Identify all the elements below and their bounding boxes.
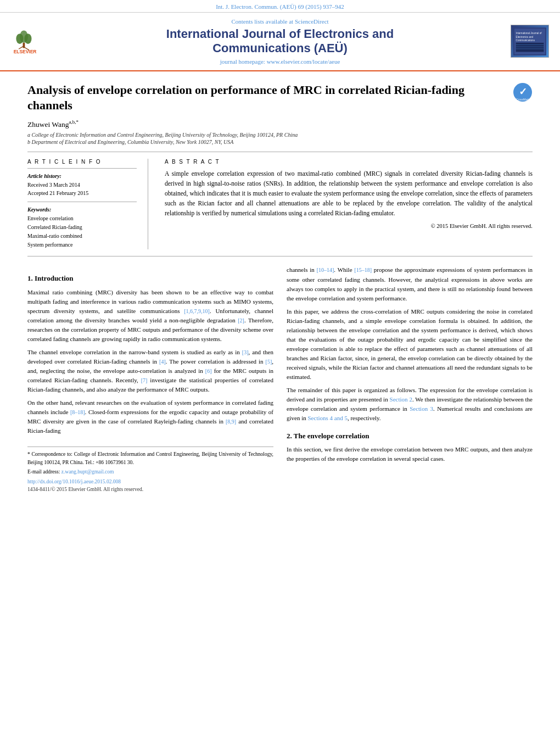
ref-4[interactable]: [4] <box>159 359 166 365</box>
svg-text:✓: ✓ <box>519 86 527 97</box>
intro-para-1: Maximal ratio combining (MRC) diversity … <box>27 288 273 344</box>
keyword-3: Maximal-ratio combined <box>27 232 137 241</box>
affiliation-b: b Department of Electrical and Engineeri… <box>27 139 533 145</box>
ref-5[interactable]: [5] <box>266 359 272 365</box>
journal-cover-image: International Journal of Electronics and… <box>511 25 549 58</box>
author-superscripts: a,b,* <box>69 119 79 125</box>
section2-heading: 2. The envelope correlation <box>287 431 533 442</box>
footnote-text: * Correspondence to: College of Electron… <box>27 450 273 466</box>
email-label: E-mail address: <box>27 469 60 475</box>
svg-text:Electronics and: Electronics and <box>516 35 534 38</box>
article-info-column: A R T I C L E I N F O Article history: R… <box>27 159 148 249</box>
abstract-text: A simple envelope correlation expression… <box>165 169 533 218</box>
svg-text:Communications: Communications <box>516 39 535 42</box>
ref-3[interactable]: [3] <box>242 349 249 355</box>
intro-para-2: The channel envelope correlation in the … <box>27 348 273 394</box>
svg-text:CrossMark: CrossMark <box>516 98 530 101</box>
ref-2[interactable]: [2] <box>238 317 244 323</box>
citation-text: Int. J. Electron. Commun. (AEÜ) 69 (2015… <box>216 3 344 10</box>
svg-rect-13 <box>516 43 544 52</box>
keyword-4: System performance <box>27 241 137 249</box>
body-columns: 1. Introduction Maximal ratio combining … <box>27 265 533 493</box>
email-line: E-mail address: z.wang.bupt@gmail.com <box>27 468 273 476</box>
email-address[interactable]: z.wang.bupt@gmail.com <box>61 469 114 475</box>
svg-text:ELSEVIER: ELSEVIER <box>14 48 37 54</box>
journal-title-center: Contents lists available at ScienceDirec… <box>55 18 505 65</box>
received-date: Received 3 March 2014 <box>27 181 137 189</box>
svg-text:International Journal of: International Journal of <box>516 32 542 35</box>
sciencedirect-link-text[interactable]: ScienceDirect <box>295 18 329 25</box>
keyword-2: Correlated Rician-fading <box>27 223 137 232</box>
footnote-area: * Correspondence to: College of Electron… <box>27 447 273 493</box>
article-info-title: A R T I C L E I N F O <box>27 159 137 165</box>
author-name: Zhuwei Wang <box>27 120 69 128</box>
svg-point-2 <box>16 34 23 44</box>
article-title: Analysis of envelope correlation on perf… <box>27 82 507 114</box>
elsevier-logo: ELSEVIER <box>11 26 55 57</box>
section2-link[interactable]: Section 2 <box>390 396 412 403</box>
article-content: Analysis of envelope correlation on perf… <box>0 71 560 505</box>
right-para-2: In this paper, we address the cross-corr… <box>287 307 533 382</box>
journal-header: ELSEVIER Contents lists available at Sci… <box>0 13 560 71</box>
history-label: Article history: <box>27 173 137 179</box>
keywords-label: Keywords: <box>27 207 137 213</box>
abstract-title: A B S T R A C T <box>165 159 533 165</box>
ref-8-9[interactable]: [8,9] <box>226 419 236 425</box>
author-line: Zhuwei Wanga,b,* <box>27 119 533 129</box>
section2-para-1: In this section, we first derive the env… <box>287 445 533 464</box>
right-para-3: The remainder of this paper is organized… <box>287 386 533 423</box>
journal-homepage: journal homepage: www.elsevier.com/locat… <box>55 58 505 65</box>
sections4-5-link[interactable]: Sections 4 and 5 <box>308 415 348 421</box>
body-left-column: 1. Introduction Maximal ratio combining … <box>27 265 273 493</box>
ref-10-14[interactable]: [10–14] <box>317 267 334 273</box>
affiliation-a: a College of Electronic Information and … <box>27 132 533 138</box>
svg-point-3 <box>24 34 31 44</box>
crossmark-icon[interactable]: ✓ CrossMark <box>513 82 533 102</box>
ref-7[interactable]: [7] <box>141 377 148 383</box>
copyright-line: © 2015 Elsevier GmbH. All rights reserve… <box>165 223 533 229</box>
info-abstract-row: A R T I C L E I N F O Article history: R… <box>27 159 533 249</box>
ref-1-6-7-9-10[interactable]: [1,6,7,9,10] <box>184 308 210 314</box>
ref-8-18[interactable]: [8–18] <box>70 409 85 415</box>
journal-main-title: International Journal of Electronics and… <box>55 27 505 56</box>
body-right-column: channels in [10–14]. While [15–18] propo… <box>287 265 533 493</box>
section-divider-2 <box>27 256 533 256</box>
sciencedirect-label: Contents lists available at ScienceDirec… <box>55 18 505 25</box>
accepted-date: Accepted 21 February 2015 <box>27 189 137 197</box>
keyword-1: Envelope correlation <box>27 214 137 223</box>
ref-6[interactable]: [6] <box>205 368 212 374</box>
journal-thumbnail: International Journal of Electronics and… <box>505 25 549 58</box>
citation-bar: Int. J. Electron. Commun. (AEÜ) 69 (2015… <box>0 0 560 13</box>
homepage-url[interactable]: www.elsevier.com/locate/aeue <box>267 58 340 65</box>
right-para-1: channels in [10–14]. While [15–18] propo… <box>287 265 533 303</box>
doi-line[interactable]: http://dx.doi.org/10.1016/j.aeue.2015.02… <box>27 478 273 486</box>
ref-15-18[interactable]: [15–18] <box>354 267 372 273</box>
page: Int. J. Electron. Commun. (AEÜ) 69 (2015… <box>0 0 560 742</box>
abstract-column: A B S T R A C T A simple envelope correl… <box>165 159 533 249</box>
section3-link[interactable]: Section 3 <box>410 405 433 412</box>
section-divider-1 <box>27 152 533 152</box>
article-title-row: Analysis of envelope correlation on perf… <box>27 82 533 114</box>
intro-para-3: On the other hand, relevant researches o… <box>27 398 273 436</box>
issn-line: 1434-8411/© 2015 Elsevier GmbH. All righ… <box>27 486 273 493</box>
intro-heading: 1. Introduction <box>27 273 273 284</box>
